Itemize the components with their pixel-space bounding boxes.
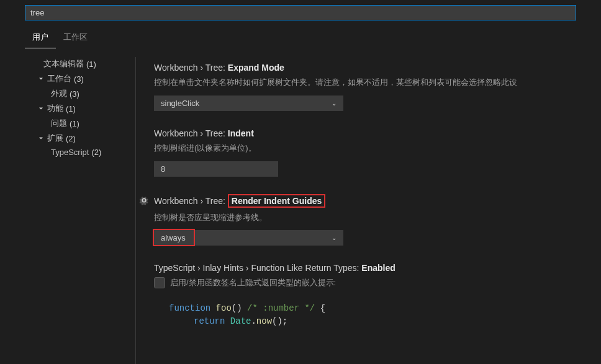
setting-path: Workbench › Tree: [154, 63, 228, 73]
sidebar-item-label: 问题 [51, 118, 67, 129]
setting-description: 控制在单击文件夹名称时如何扩展树文件夹。请注意，如果不适用，某些树和列表可能会选… [154, 76, 589, 89]
chevron-down-icon: ⌄ [332, 100, 337, 107]
sidebar-item-typescript[interactable]: TypeScript (2) [25, 146, 130, 159]
setting-path: Workbench › Tree: [154, 128, 228, 138]
setting-indent: Workbench › Tree: Indent 控制树缩进(以像素为单位)。 [130, 122, 601, 188]
sidebar-item-text-editor[interactable]: 文本编辑器 (1) [25, 56, 130, 71]
setting-render-indent-guides: Workbench › Tree: Render Indent Guides 控… [130, 188, 601, 257]
sidebar-item-count: (1) [86, 60, 96, 69]
sidebar-item-workbench[interactable]: 工作台 (3) [25, 71, 130, 86]
setting-path: TypeScript › Inlay Hints › Function Like… [154, 263, 361, 273]
sidebar-item-label: 外观 [51, 88, 67, 99]
sidebar-item-label: 功能 [47, 103, 63, 114]
indent-input[interactable] [154, 161, 278, 177]
sidebar-item-label: TypeScript [51, 148, 89, 157]
setting-title: Indent [228, 128, 254, 138]
setting-title: Enabled [361, 263, 395, 273]
setting-description: 控制树是否应呈现缩进参考线。 [154, 211, 589, 224]
sidebar-item-label: 扩展 [47, 133, 63, 144]
sidebar-item-label: 工作台 [47, 73, 71, 84]
sidebar-item-label: 文本编辑器 [43, 58, 84, 69]
sidebar-item-count: (3) [74, 74, 84, 84]
setting-expand-mode: Workbench › Tree: Expand Mode 控制在单击文件夹名称… [130, 56, 601, 122]
setting-title: Expand Mode [228, 63, 284, 73]
setting-header: Workbench › Tree: Render Indent Guides [154, 194, 589, 208]
settings-category-sidebar: 文本编辑器 (1) 工作台 (3) 外观 (3) 功能 (1) 问题 (1) 扩… [0, 49, 130, 363]
select-value: always [161, 233, 186, 242]
chevron-down-icon [37, 75, 45, 82]
sidebar-item-extensions[interactable]: 扩展 (2) [25, 131, 130, 146]
settings-content: Workbench › Tree: Expand Mode 控制在单击文件夹名称… [130, 49, 601, 363]
tab-user[interactable]: 用户 [25, 28, 56, 48]
setting-function-return-types: TypeScript › Inlay Hints › Function Like… [130, 257, 601, 339]
sidebar-item-count: (1) [70, 119, 79, 128]
sidebar-item-appearance[interactable]: 外观 (3) [25, 86, 130, 101]
settings-scope-tabs: 用户 工作区 [0, 20, 601, 49]
enabled-checkbox[interactable] [154, 277, 165, 288]
setting-header: Workbench › Tree: Indent [154, 128, 589, 138]
sidebar-item-count: (3) [70, 89, 79, 99]
setting-description: 启用/禁用函数签名上隐式返回类型的嵌入提示: [170, 277, 336, 290]
setting-title: Render Indent Guides [232, 196, 322, 206]
settings-search-input[interactable] [25, 5, 576, 20]
chevron-down-icon: ⌄ [332, 234, 337, 241]
setting-description: 控制树缩进(以像素为单位)。 [154, 142, 589, 155]
tab-workspace[interactable]: 工作区 [56, 28, 95, 48]
expand-mode-select[interactable]: singleClick ⌄ [154, 95, 343, 111]
gear-icon[interactable] [139, 195, 149, 205]
chevron-down-icon [37, 135, 45, 142]
sidebar-item-count: (1) [66, 104, 76, 113]
setting-header: Workbench › Tree: Expand Mode [154, 63, 589, 73]
sidebar-item-count: (2) [91, 148, 101, 157]
sidebar-item-count: (2) [66, 134, 76, 143]
code-example: function foo() /* :number */ { return Da… [154, 302, 589, 328]
setting-path: Workbench › Tree: [154, 196, 228, 206]
sidebar-item-problems[interactable]: 问题 (1) [25, 116, 130, 131]
setting-header: TypeScript › Inlay Hints › Function Like… [154, 263, 589, 273]
render-indent-guides-select[interactable]: always ⌄ [154, 230, 343, 246]
select-value: singleClick [161, 99, 199, 108]
sidebar-item-features[interactable]: 功能 (1) [25, 101, 130, 116]
chevron-down-icon [37, 105, 45, 112]
